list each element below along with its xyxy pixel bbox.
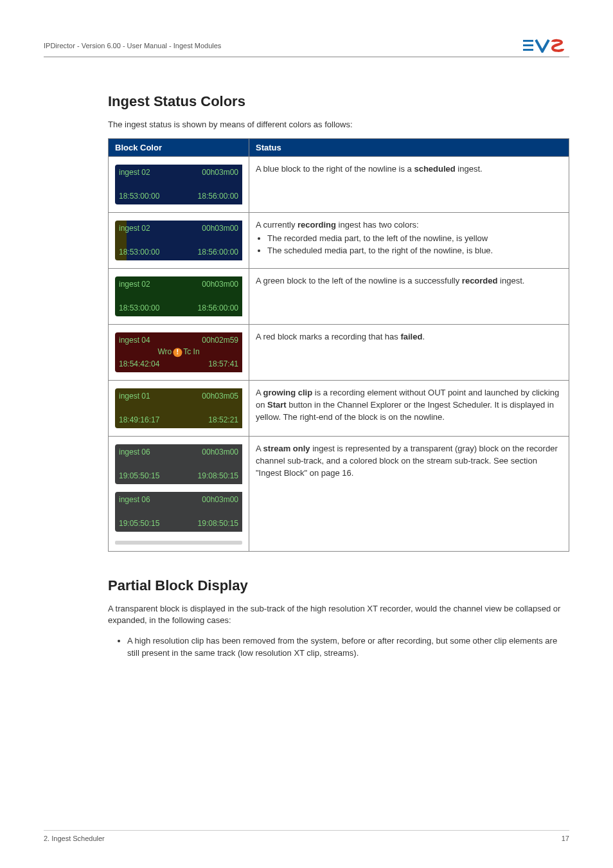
block-end-tc: 18:56:00:00 bbox=[198, 247, 238, 258]
page-header: IPDirector - Version 6.00 - User Manual … bbox=[44, 39, 569, 57]
block-name: ingest 02 bbox=[119, 223, 150, 234]
block-duration: 00h02m59 bbox=[202, 335, 238, 346]
status-text: button in the Channel Explorer or the In… bbox=[256, 400, 554, 422]
section-heading-status-colors: Ingest Status Colors bbox=[108, 93, 569, 110]
ingest-block-stream-recorder: ingest 06 00h03m00 19:05:50:15 19:08:50:… bbox=[115, 444, 242, 484]
block-duration: 00h03m00 bbox=[202, 447, 238, 458]
status-bold: Start bbox=[267, 400, 287, 410]
block-start-tc: 18:49:16:17 bbox=[119, 415, 159, 426]
block-start-tc: 19:05:50:15 bbox=[119, 518, 159, 529]
block-end-tc: 19:08:50:15 bbox=[198, 471, 238, 482]
th-status: Status bbox=[249, 139, 569, 157]
block-center-warning: Wro ! Tc In bbox=[157, 347, 199, 357]
status-cell: A red block marks a recording that has f… bbox=[249, 325, 569, 381]
status-text: A bbox=[256, 388, 263, 397]
ingest-block-failed: ingest 04 00h02m59 18:54:42:04 18:57:41 … bbox=[115, 332, 242, 372]
partial-block-bullet: A high resolution clip has been removed … bbox=[127, 635, 569, 660]
evs-logo bbox=[523, 39, 569, 53]
status-cell: A growing clip is a recording element wi… bbox=[249, 381, 569, 437]
status-text: . bbox=[422, 332, 425, 341]
status-cell: A blue block to the right of the nowline… bbox=[249, 157, 569, 213]
ingest-block-recording: ingest 02 00h03m00 18:53:00:00 18:56:00:… bbox=[115, 221, 242, 260]
block-name: ingest 02 bbox=[119, 279, 150, 290]
status-bold: recording bbox=[298, 220, 336, 230]
block-duration: 00h03m05 bbox=[202, 391, 238, 402]
block-start-tc: 18:53:00:00 bbox=[119, 303, 159, 314]
warn-text: Tc In bbox=[183, 347, 199, 357]
header-title: IPDirector - Version 6.00 - User Manual … bbox=[44, 42, 221, 50]
ingest-block-stream-sub: ingest 06 00h03m00 19:05:50:15 19:08:50:… bbox=[115, 492, 242, 532]
section-heading-partial-block: Partial Block Display bbox=[108, 577, 569, 594]
status-text: ingest. bbox=[497, 276, 524, 285]
ingest-block-growing: ingest 01 00h03m05 18:49:16:17 18:52:21 bbox=[115, 388, 242, 428]
block-end-tc: 18:56:00:00 bbox=[198, 191, 238, 202]
status-text: A green block to the left of the nowline… bbox=[256, 276, 462, 285]
status-bold: failed bbox=[400, 332, 422, 341]
status-text: ingest. bbox=[456, 164, 483, 174]
block-start-tc: 19:05:50:15 bbox=[119, 471, 159, 482]
footer-page-number: 17 bbox=[562, 835, 569, 842]
block-start-tc: 18:53:00:00 bbox=[119, 191, 159, 202]
status-text: ingest has two colors: bbox=[336, 220, 419, 230]
status-bold: recorded bbox=[462, 276, 498, 285]
block-start-tc: 18:54:42:04 bbox=[119, 359, 159, 370]
partial-block-para: A transparent block is displayed in the … bbox=[108, 603, 569, 626]
svg-rect-1 bbox=[523, 44, 533, 46]
block-name: ingest 06 bbox=[119, 447, 150, 458]
block-name: ingest 02 bbox=[119, 167, 150, 178]
warning-icon: ! bbox=[173, 348, 182, 357]
status-text: A bbox=[256, 444, 263, 453]
footer-section: 2. Ingest Scheduler bbox=[44, 835, 105, 842]
status-bullet: The recorded media part, to the left of … bbox=[267, 233, 562, 245]
status-text: A red block marks a recording that has bbox=[256, 332, 400, 341]
status-colors-table: Block Color Status ingest 02 00h03m00 18… bbox=[108, 138, 569, 552]
th-block-color: Block Color bbox=[109, 139, 249, 157]
status-cell: A stream only ingest is represented by a… bbox=[249, 437, 569, 552]
ingest-block-recorded: ingest 02 00h03m00 18:53:00:00 18:56:00:… bbox=[115, 276, 242, 316]
block-duration: 00h03m00 bbox=[202, 494, 238, 505]
status-bold: growing clip bbox=[263, 388, 313, 397]
block-name: ingest 01 bbox=[119, 391, 150, 402]
intro-text: The ingest status is shown by means of d… bbox=[108, 119, 569, 131]
status-bold: scheduled bbox=[414, 164, 455, 174]
block-name: ingest 04 bbox=[119, 335, 150, 346]
ingest-block-scheduled: ingest 02 00h03m00 18:53:00:00 18:56:00:… bbox=[115, 165, 242, 204]
block-end-tc: 19:08:50:15 bbox=[198, 518, 238, 529]
status-cell: A currently recording ingest has two col… bbox=[249, 213, 569, 269]
block-start-tc: 18:53:00:00 bbox=[119, 247, 159, 258]
block-duration: 00h03m00 bbox=[202, 167, 238, 178]
block-duration: 00h03m00 bbox=[202, 223, 238, 234]
svg-rect-2 bbox=[523, 49, 533, 51]
svg-rect-0 bbox=[523, 40, 533, 42]
block-end-tc: 18:57:41 bbox=[208, 359, 238, 370]
status-text: A blue block to the right of the nowline… bbox=[256, 164, 414, 174]
block-end-tc: 18:56:00:00 bbox=[198, 303, 238, 314]
stream-bar-icon bbox=[115, 541, 242, 545]
page-footer: 2. Ingest Scheduler 17 bbox=[44, 830, 569, 842]
warn-text: Wro bbox=[157, 347, 172, 357]
status-text: A currently bbox=[256, 220, 298, 230]
status-bold: stream only bbox=[263, 444, 310, 453]
block-end-tc: 18:52:21 bbox=[208, 415, 238, 426]
block-duration: 00h03m00 bbox=[202, 279, 238, 290]
status-cell: A green block to the left of the nowline… bbox=[249, 269, 569, 325]
status-bullet: The scheduled media part, to the right o… bbox=[267, 245, 562, 257]
block-name: ingest 06 bbox=[119, 494, 150, 505]
